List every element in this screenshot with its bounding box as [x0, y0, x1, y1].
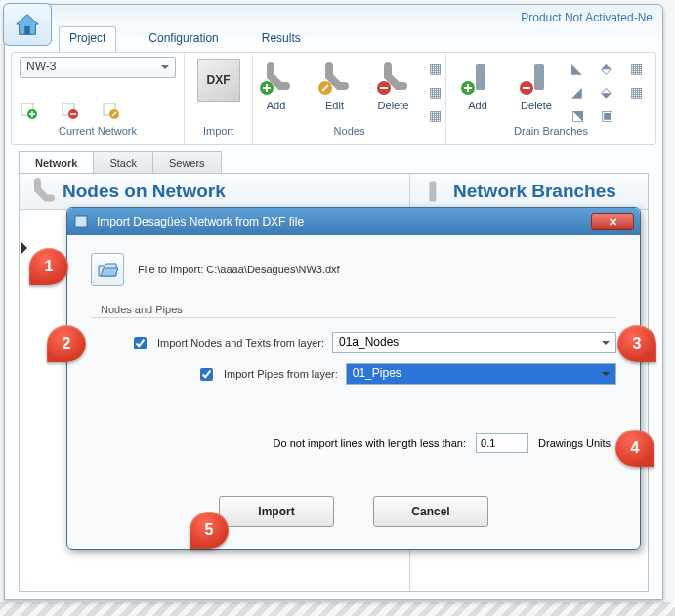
drain-small-icons-1: ◣ ◢ ⬔: [571, 57, 589, 123]
ribbon: NW-3 Current Network DXF: [11, 52, 656, 145]
import-pipes-checkbox[interactable]: [200, 368, 213, 381]
nodes-add-label: Add: [267, 100, 286, 111]
cancel-button[interactable]: Cancel: [373, 496, 488, 527]
ribbon-group-import: DXF Import: [185, 53, 253, 144]
pane-nodes-header: Nodes on Network: [20, 174, 409, 210]
callout-1: 1: [29, 248, 68, 285]
ribbon-group-drain: Add Delete ◣ ◢ ⬔ ⬘ ⬙ ▣: [446, 53, 655, 144]
dialog-title-text: Import Desagües Network from DXF file: [97, 215, 304, 228]
ribbon-group-nodes: Add Edit Delete ▦ ▦ ▦: [253, 53, 446, 144]
home-icon: [13, 10, 42, 39]
min-length-label: Do not import lines with length less tha…: [274, 437, 467, 449]
callout-5: 5: [190, 512, 229, 549]
ribbon-title-current-network: Current Network: [59, 123, 137, 137]
nodes-add-button[interactable]: Add: [253, 57, 300, 113]
grid-icon-3[interactable]: ▦: [429, 107, 446, 123]
nodes-delete-button[interactable]: Delete: [370, 57, 417, 113]
callout-4: 4: [615, 430, 654, 467]
activation-status: Product Not Activated-Ne: [521, 11, 653, 24]
svg-rect-15: [75, 216, 87, 227]
elbow-icon-2[interactable]: ◢: [571, 84, 589, 100]
close-icon: ✕: [609, 216, 617, 228]
import-button[interactable]: Import: [219, 496, 334, 527]
pipe-edit-icon: [316, 59, 355, 98]
subtab-network[interactable]: Network: [19, 151, 94, 175]
drain-delete-label: Delete: [521, 100, 552, 111]
network-add-icon[interactable]: [20, 102, 37, 119]
elbow-icon-3[interactable]: ⬔: [571, 107, 589, 123]
file-row: File to Import: C:\aaaa\Desagues\NW3.dxf: [91, 253, 616, 286]
import-dxf-dialog: Import Desagües Network from DXF file ✕ …: [66, 207, 641, 550]
nodes-edit-label: Edit: [325, 100, 344, 111]
dxf-icon: DXF: [197, 59, 240, 102]
grid-icon-5[interactable]: ▦: [630, 84, 648, 100]
drain-add-icon: [458, 59, 497, 98]
grid-icon[interactable]: ▦: [429, 61, 446, 76]
torn-edge-decoration: [0, 602, 675, 616]
import-dxf-button[interactable]: DXF: [193, 57, 244, 103]
min-length-input[interactable]: [476, 433, 528, 453]
import-nodes-label: Import Nodes and Texts from layer:: [157, 337, 324, 349]
group-label: Nodes and Pipes: [101, 304, 616, 315]
callout-2: 2: [47, 325, 86, 362]
close-button[interactable]: ✕: [591, 213, 634, 230]
ribbon-title-drain: Drain Branches: [514, 123, 588, 137]
tab-project[interactable]: Project: [59, 26, 116, 52]
app-orb-button[interactable]: [3, 3, 52, 46]
drain-delete-button[interactable]: Delete: [513, 57, 560, 113]
group-rule: [91, 317, 616, 318]
grid-icon-2[interactable]: ▦: [429, 84, 446, 100]
nodes-list-icons: ▦ ▦ ▦: [429, 57, 446, 123]
folder-open-icon: [97, 259, 118, 280]
pipe-delete-icon: [374, 59, 413, 98]
network-edit-icon[interactable]: [102, 102, 119, 119]
import-pipes-label: Import Pipes from layer:: [224, 368, 338, 380]
import-nodes-row: Import Nodes and Texts from layer: 01a_N…: [130, 332, 616, 353]
fitting-icon-2[interactable]: ⬙: [601, 84, 618, 100]
dialog-body: File to Import: C:\aaaa\Desagues\NW3.dxf…: [67, 235, 640, 549]
pipes-layer-combo[interactable]: 01_Pipes: [346, 363, 616, 385]
branch-pipe-icon: [418, 178, 445, 205]
subtab-sewers[interactable]: Sewers: [153, 151, 222, 175]
drain-add-label: Add: [468, 100, 487, 111]
drain-small-icons-3: ▦ ▦: [630, 57, 648, 100]
import-pipes-row: Import Pipes from layer: 01_Pipes: [196, 363, 616, 385]
import-nodes-checkbox[interactable]: [134, 337, 147, 349]
nodes-layer-combo[interactable]: 01a_Nodes: [332, 332, 616, 353]
subtabs: Network Stack Sewers: [19, 151, 222, 175]
pane-branches-title: Network Branches: [453, 181, 616, 202]
grid-icon-4[interactable]: ▦: [630, 61, 648, 76]
drain-add-button[interactable]: Add: [454, 57, 501, 113]
min-length-units: Drawings Units: [538, 437, 611, 449]
dialog-button-row: Import Cancel: [91, 496, 616, 527]
drain-delete-icon: [517, 59, 556, 98]
min-length-row: Do not import lines with length less tha…: [91, 433, 611, 453]
fitting-icon-3[interactable]: ▣: [601, 107, 618, 123]
network-combo[interactable]: NW-3: [20, 57, 176, 78]
browse-file-button[interactable]: [91, 253, 124, 286]
file-path-label: File to Import: C:\aaaa\Desagues\NW3.dxf: [138, 264, 340, 275]
nodes-delete-label: Delete: [378, 100, 409, 111]
ribbon-title-nodes: Nodes: [334, 123, 365, 137]
network-mini-icons: [20, 102, 176, 119]
callout-3: 3: [617, 325, 656, 362]
tab-configuration[interactable]: Configuration: [138, 26, 229, 52]
main-menu: Project Configuration Results: [59, 26, 312, 52]
drain-small-icons-2: ⬘ ⬙ ▣: [601, 57, 618, 123]
elbow-icon[interactable]: ◣: [571, 61, 589, 76]
nodes-edit-button[interactable]: Edit: [312, 57, 359, 113]
fitting-icon[interactable]: ⬘: [601, 61, 618, 76]
tab-results[interactable]: Results: [251, 26, 312, 52]
dialog-titlebar[interactable]: Import Desagües Network from DXF file ✕: [67, 208, 640, 235]
dialog-icon: [73, 214, 89, 229]
svg-rect-14: [429, 182, 436, 202]
row-indicator-icon: [21, 242, 33, 254]
subtab-stack[interactable]: Stack: [94, 151, 153, 175]
svg-rect-12: [534, 64, 544, 90]
pipe-add-icon: [257, 59, 296, 98]
network-delete-icon[interactable]: [61, 102, 78, 119]
svg-rect-0: [24, 26, 30, 34]
pane-branches-header: Network Branches: [410, 174, 648, 210]
svg-rect-10: [476, 64, 485, 90]
ribbon-group-current-network: NW-3 Current Network: [12, 53, 185, 144]
